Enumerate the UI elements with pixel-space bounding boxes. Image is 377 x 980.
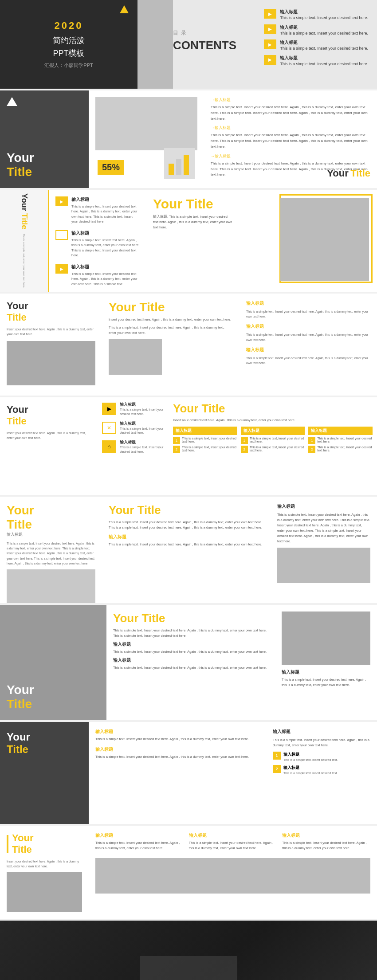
slide5-col-3: 输入标题 1 This is a simple text, insert you… bbox=[308, 427, 373, 453]
slide-1: 2020 简约活泼 PPT模板 汇报人：小廖同学PPT 目录 CONTENTS … bbox=[0, 0, 377, 89]
title-cn: 简约活泼 PPT模板 bbox=[53, 34, 85, 60]
slide8-title-overlay: Your Title bbox=[7, 731, 30, 756]
item-text: 输入标题 This is a simple text. Insert your … bbox=[120, 421, 164, 435]
slide-4: Your Title Insert your desired text here… bbox=[0, 294, 377, 396]
svg-rect-2 bbox=[184, 155, 189, 175]
slide8-sub-items: 1 输入标题 This is a simple text. insert des… bbox=[273, 752, 370, 776]
slide6-horse-image bbox=[7, 569, 95, 603]
slide5-col-1: 输入标题 1 This is a simple text, insert you… bbox=[173, 427, 237, 453]
num-badge: 1 bbox=[241, 437, 248, 444]
slide4-image bbox=[7, 341, 95, 385]
num-badge: 1 bbox=[308, 437, 315, 444]
num-badge: 2 bbox=[241, 446, 248, 453]
slide7-right: 输入标题 This is a simple text. Insert your … bbox=[275, 605, 377, 720]
slide8-center: 输入标题 This is a simple text. Insert your … bbox=[89, 722, 266, 824]
slide4-left: Your Title Insert your desired text here… bbox=[0, 294, 102, 396]
slide4-your-title: Your Title bbox=[7, 300, 95, 323]
slide5-left: Your Title Insert your desired text here… bbox=[0, 397, 98, 495]
item-text: 输入标题 This is a simple text. Insert text … bbox=[71, 230, 140, 258]
item-text: 输入标题 This is a simple text. Insert your … bbox=[280, 39, 368, 51]
item-text: 输入标题 This is a simple text. Insert your … bbox=[280, 55, 368, 67]
svg-rect-0 bbox=[169, 164, 174, 175]
slide3-right: Your Title 输入标题. This is a simple text, … bbox=[146, 190, 377, 292]
thanks-heading: THANKS bbox=[104, 974, 273, 980]
arrow-icon bbox=[55, 264, 68, 274]
list-item: 输入标题 This is a simple text. Insert your … bbox=[264, 24, 368, 36]
item-text: 输入标题 This is a simple text. Insert your … bbox=[120, 439, 164, 454]
slide1-left: 2020 简约活泼 PPT模板 汇报人：小廖同学PPT bbox=[0, 0, 137, 89]
slide4-right: 输入标题 This is a simple text. Insert your … bbox=[240, 294, 377, 396]
list-item: ⌂ 输入标题 This is a simple text. Insert you… bbox=[102, 439, 164, 454]
list-item: 1 输入标题 This is a simple text. insert des… bbox=[273, 752, 370, 762]
slide5-right: Your Title Insert your desired text here… bbox=[169, 397, 377, 495]
slide5-big-title: Your Title bbox=[173, 402, 373, 416]
list-item: 输入标题 This is a simple text. Insert your … bbox=[55, 196, 140, 224]
slide6-left: Your Title 输入标题 This is a simple text. I… bbox=[0, 497, 102, 603]
triangle-icon bbox=[7, 97, 17, 106]
slide-10-thanks: THANKS 谢谢观看 bbox=[0, 921, 377, 980]
slide6-right-image bbox=[277, 548, 370, 583]
arrow-icon bbox=[264, 55, 276, 65]
slide5-numbered-cols: 输入标题 1 This is a simple text, insert you… bbox=[173, 427, 373, 453]
slide5-col-2: 输入标题 1 This is a simple text, insert you… bbox=[241, 427, 305, 453]
num-badge: 1 bbox=[173, 437, 180, 444]
item-text: 输入标题 This is a simple text. Insert your … bbox=[71, 196, 140, 224]
slide7-center: Your Title This is a simple text. Insert… bbox=[106, 605, 275, 720]
slide6-right: 输入标题 This is a simple text. Insert your … bbox=[271, 497, 377, 603]
yellow-bar-icon bbox=[7, 835, 8, 853]
slide9-yellow-accent: Your Title bbox=[7, 832, 82, 855]
horse-image bbox=[280, 198, 369, 281]
list-item: 输入标题 This is a simple text. Insert your … bbox=[264, 55, 368, 67]
home-icon: ⌂ bbox=[102, 440, 116, 453]
bike-image bbox=[95, 97, 197, 150]
arrow-icon bbox=[264, 9, 276, 19]
list-item: ✕ 输入标题 This is a simple text. Insert you… bbox=[102, 421, 164, 435]
slide-8: Your Title 输入标题 This is a simple text. I… bbox=[0, 722, 377, 824]
slide6-big-title: Your Title bbox=[109, 503, 264, 517]
list-item: 输入标题 This is a simple text. Insert your … bbox=[264, 9, 368, 21]
slide9-sections: 输入标题 This is a simple text. Insert your … bbox=[95, 832, 370, 854]
arrow-icon: ▶ bbox=[102, 403, 116, 415]
slide6-your-title: Your Title bbox=[7, 503, 95, 532]
small-chart-box bbox=[164, 148, 195, 179]
list-item: ▶ 输入标题 This is a simple text. Insert you… bbox=[102, 402, 164, 416]
list-item: 2 输入标题 This is a simple text. insert des… bbox=[273, 765, 370, 776]
slide4-horse-image bbox=[109, 339, 162, 375]
slide9-left-image bbox=[7, 872, 82, 912]
list-item: 输入标题 This is a simple text. Insert your … bbox=[55, 264, 140, 286]
slide9-your-title: Your Title bbox=[12, 832, 33, 855]
slide9-section-3: 输入标题 This is a simple text. Insert your … bbox=[282, 832, 370, 854]
slide9-section-1: 输入标题 This is a simple text. Insert your … bbox=[95, 832, 184, 854]
slide6-center: Your Title This is a simple text. Insert… bbox=[102, 497, 271, 603]
slide4-center: Your Title Insert your desired text here… bbox=[102, 294, 240, 396]
bar-chart-icon bbox=[166, 150, 193, 177]
slide7-left-forest: Your Title bbox=[0, 605, 106, 720]
deco-triangle-icon bbox=[120, 5, 129, 13]
slide8-left-dark: Your Title bbox=[0, 722, 89, 824]
slide7-title-overlay: Your Title bbox=[7, 683, 34, 711]
num-badge: 2 bbox=[308, 446, 315, 453]
arrow-icon bbox=[55, 196, 68, 206]
slide3-vertical-title: Your Title This is a simple text, enter … bbox=[0, 190, 49, 292]
slide3-center: 输入标题 This is a simple text. Insert your … bbox=[49, 190, 146, 292]
slide8-right: 输入标题 This is a simple text. Insert your … bbox=[266, 722, 377, 824]
slide2-right: →输入标题 This is a simple text. Insert your… bbox=[204, 90, 377, 188]
arrow-icon bbox=[264, 24, 276, 34]
author-text: 汇报人：小廖同学PPT bbox=[44, 62, 93, 69]
slide2-your-title-right: Your Title bbox=[327, 168, 370, 179]
percent-badge: 55% bbox=[98, 160, 124, 175]
slide2-your-title: Your Title bbox=[7, 151, 34, 179]
item-text: 输入标题 This is a simple text. Insert your … bbox=[71, 264, 140, 286]
num-badge: 2 bbox=[173, 446, 180, 453]
slide-5: Your Title Insert your desired text here… bbox=[0, 397, 377, 495]
list-item: 输入标题 This is a simple text. Insert your … bbox=[264, 39, 368, 51]
slide5-center: ▶ 输入标题 This is a simple text. Insert you… bbox=[98, 397, 169, 495]
cover-image bbox=[137, 0, 173, 89]
slide1-right: 目录 CONTENTS 输入标题 This is a simple text. … bbox=[137, 0, 377, 89]
slide9-right-image bbox=[95, 858, 370, 894]
item-text: 输入标题 This is a simple text. Insert your … bbox=[280, 9, 368, 21]
slide3-small-text: This is a simple text, enter your own te… bbox=[23, 234, 25, 288]
slide2-center: 55% bbox=[89, 90, 204, 188]
slide-3: Your Title This is a simple text, enter … bbox=[0, 190, 377, 292]
contents-items: 输入标题 This is a simple text. Insert your … bbox=[264, 9, 368, 67]
